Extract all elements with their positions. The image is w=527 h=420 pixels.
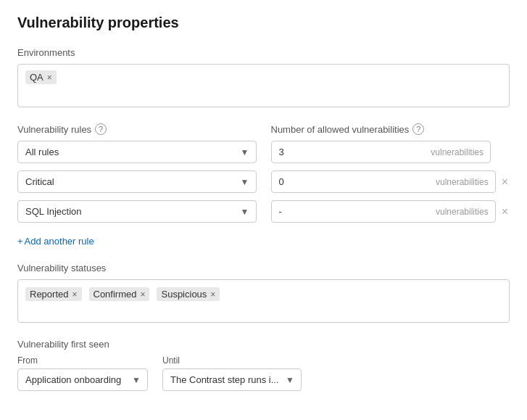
status-tag-reported-value: Reported bbox=[30, 289, 68, 300]
rule-select-1[interactable]: All rules Critical SQL Injection High Me… bbox=[17, 141, 257, 163]
vuln-count-input-2[interactable] bbox=[271, 170, 496, 193]
from-label: From bbox=[17, 355, 148, 366]
remove-status-confirmed-icon[interactable]: × bbox=[140, 290, 145, 299]
until-col: Until The Contrast step runs i... 30 day… bbox=[162, 355, 302, 391]
add-rule-plus-icon: + bbox=[17, 236, 23, 247]
rule-select-2-wrapper: All rules Critical SQL Injection High Me… bbox=[17, 170, 257, 193]
from-select-wrapper: Application onboarding 30 days ago 60 da… bbox=[17, 368, 148, 391]
remove-status-reported-icon[interactable]: × bbox=[72, 290, 77, 299]
status-tag-suspicious[interactable]: Suspicious × bbox=[157, 287, 220, 301]
environments-box[interactable]: QA × bbox=[17, 64, 510, 107]
environments-section: Environments QA × bbox=[17, 47, 510, 107]
vuln-count-row-2: vulnerabilities × bbox=[271, 170, 510, 193]
environment-tag-qa[interactable]: QA × bbox=[25, 70, 57, 84]
vulnerability-first-seen-section: Vulnerability first seen From Applicatio… bbox=[17, 339, 510, 391]
from-until-row: From Application onboarding 30 days ago … bbox=[17, 355, 510, 391]
vulnerability-rules-label: Vulnerability rules ? bbox=[17, 123, 257, 135]
statuses-box[interactable]: Reported × Confirmed × Suspicious × bbox=[17, 279, 510, 323]
remove-status-suspicious-icon[interactable]: × bbox=[210, 290, 215, 299]
status-tag-reported[interactable]: Reported × bbox=[25, 287, 82, 301]
add-another-rule-button[interactable]: + Add another rule bbox=[17, 236, 94, 247]
rule-select-3[interactable]: All rules Critical SQL Injection High Me… bbox=[17, 200, 257, 223]
from-select[interactable]: Application onboarding 30 days ago 60 da… bbox=[17, 368, 148, 391]
vulnerability-first-seen-label: Vulnerability first seen bbox=[17, 339, 510, 350]
rule-select-1-wrapper: All rules Critical SQL Injection High Me… bbox=[17, 141, 257, 163]
until-label: Until bbox=[162, 355, 302, 366]
vulnerability-statuses-label: Vulnerability statuses bbox=[17, 263, 510, 273]
vuln-count-input-1[interactable] bbox=[271, 141, 491, 163]
vulnerability-rules-help-icon[interactable]: ? bbox=[95, 123, 107, 135]
vuln-count-label: Number of allowed vulnerabilities ? bbox=[271, 123, 510, 135]
from-col: From Application onboarding 30 days ago … bbox=[17, 355, 148, 391]
vuln-count-row-3: vulnerabilities × bbox=[271, 200, 510, 223]
remove-vuln-row-3-button[interactable]: × bbox=[500, 206, 510, 218]
vuln-count-row-1: vulnerabilities bbox=[271, 141, 510, 163]
remove-tag-qa-icon[interactable]: × bbox=[47, 73, 52, 82]
vuln-count-input-3[interactable] bbox=[271, 200, 496, 223]
add-rule-label: Add another rule bbox=[25, 236, 94, 247]
vuln-count-input-1-wrapper: vulnerabilities bbox=[271, 141, 491, 163]
environments-label: Environments bbox=[17, 47, 510, 58]
vuln-count-input-2-wrapper: vulnerabilities bbox=[271, 170, 496, 193]
vulnerability-statuses-section: Vulnerability statuses Reported × Confir… bbox=[17, 263, 510, 323]
tag-value: QA bbox=[30, 72, 43, 83]
vulnerability-rules-col: Vulnerability rules ? All rules Critical… bbox=[17, 123, 257, 230]
status-tag-confirmed[interactable]: Confirmed × bbox=[89, 287, 150, 301]
remove-vuln-row-2-button[interactable]: × bbox=[500, 176, 510, 188]
vuln-count-help-icon[interactable]: ? bbox=[412, 123, 424, 135]
page-title: Vulnerability properties bbox=[17, 15, 510, 31]
until-select-wrapper: The Contrast step runs i... 30 days from… bbox=[162, 368, 302, 391]
rule-select-3-wrapper: All rules Critical SQL Injection High Me… bbox=[17, 200, 257, 223]
rules-and-count-section: Vulnerability rules ? All rules Critical… bbox=[17, 123, 510, 230]
until-select[interactable]: The Contrast step runs i... 30 days from… bbox=[162, 368, 302, 391]
status-tag-confirmed-value: Confirmed bbox=[94, 289, 137, 300]
vulnerability-count-col: Number of allowed vulnerabilities ? vuln… bbox=[271, 123, 510, 230]
vuln-count-input-3-wrapper: vulnerabilities bbox=[271, 200, 496, 223]
rule-select-2[interactable]: All rules Critical SQL Injection High Me… bbox=[17, 170, 257, 193]
status-tag-suspicious-value: Suspicious bbox=[161, 289, 207, 300]
